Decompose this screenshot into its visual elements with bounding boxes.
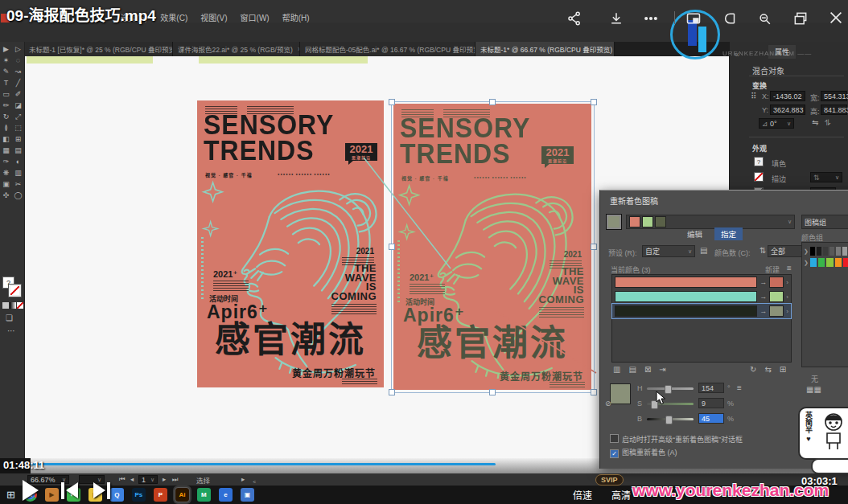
direct-selection-tool[interactable]: ▷ <box>13 44 23 54</box>
strip-swatch[interactable] <box>655 216 666 227</box>
doc-tab-4-active[interactable]: 未标题-1* @ 66.67 % (RGB/CPU 叠印预览)× <box>475 42 615 56</box>
close-icon[interactable] <box>827 9 845 28</box>
selection-handle[interactable] <box>389 389 395 395</box>
first-artboard-icon[interactable]: ⏮ <box>119 475 126 484</box>
windows-start-icon[interactable]: ⊞ <box>6 489 15 501</box>
merge-colors-icon[interactable]: ▥ <box>613 365 620 374</box>
play-icon[interactable] <box>23 480 39 501</box>
stroke-weight-field[interactable]: ⇅∨ <box>810 172 842 182</box>
zoom-tool[interactable]: ◯ <box>13 191 23 200</box>
preset-dropdown[interactable]: 自定∨ <box>642 245 695 257</box>
selection-handle[interactable] <box>591 99 597 105</box>
selection-handle[interactable] <box>591 244 597 250</box>
rotation-field[interactable]: ⊿ 0°∨ <box>759 118 794 129</box>
tab-edit[interactable]: 编辑 <box>681 227 709 240</box>
maximize-icon[interactable] <box>792 10 809 28</box>
mesh-tool[interactable]: ▦ <box>1 145 11 155</box>
exclude-colors-icon[interactable]: ⊠ <box>644 365 651 374</box>
strip-swatch[interactable] <box>629 216 640 227</box>
slice-tool[interactable]: ✂ <box>13 179 23 189</box>
artboard-number-field[interactable]: 1∨ <box>138 475 158 484</box>
shaper-tool[interactable]: ✏ <box>1 100 11 110</box>
browser-icon[interactable]: e <box>219 488 233 502</box>
none-mode-icon[interactable] <box>17 302 23 309</box>
media-viewer-icon[interactable]: ▣ <box>241 488 254 502</box>
download-icon[interactable] <box>608 10 624 28</box>
last-artboard-icon[interactable]: ⏭ <box>172 475 179 484</box>
rotate-tool[interactable]: ↻ <box>1 112 11 121</box>
active-color-swatch[interactable] <box>607 215 621 229</box>
column-graph-tool[interactable]: ▥ <box>13 168 23 178</box>
none-label[interactable]: 无 <box>811 374 818 384</box>
prop-w-field[interactable]: 554.3133 <box>821 91 847 101</box>
s-slider[interactable] <box>647 403 694 405</box>
selection-handle[interactable] <box>489 389 496 395</box>
minimize-icon[interactable] <box>757 10 773 28</box>
symbol-sprayer-tool[interactable]: ❋ <box>1 168 11 178</box>
powerpoint-icon[interactable]: P <box>154 488 167 502</box>
status-collapse-icon[interactable]: ﹤ <box>251 475 258 485</box>
gradient-tool[interactable]: ▤ <box>13 145 23 155</box>
color-count-stepper[interactable]: ⇅ <box>759 246 766 255</box>
fill-swatch[interactable]: ? <box>754 157 764 166</box>
pen-tool[interactable]: ✎ <box>1 67 11 76</box>
type-tool[interactable]: T <box>1 78 11 88</box>
menu-window[interactable]: 窗口(W) <box>241 11 270 23</box>
s-field[interactable]: 9 <box>698 398 724 408</box>
next-artboard-icon[interactable]: ▸ <box>163 475 166 483</box>
magic-wand-tool[interactable]: ✶ <box>1 55 11 65</box>
selection-handle[interactable] <box>389 244 395 250</box>
illustrator-icon[interactable]: Ai <box>175 488 189 502</box>
color-strip-dropdown[interactable]: ∨ <box>626 215 795 229</box>
prop-h-field[interactable]: 841.8838 <box>821 104 847 115</box>
eraser-tool[interactable]: ◪ <box>13 100 23 110</box>
lasso-tool[interactable]: ◌ <box>13 55 23 65</box>
sticker-pill-button[interactable] <box>811 458 848 474</box>
limit-swatch-library-icon[interactable]: ▦▦ <box>806 385 821 394</box>
doc-tab-1[interactable]: 未标题-1 [已恢复]* @ 25 % (RGB/CPU 叠印预览)× <box>24 42 173 56</box>
perspective-grid-tool[interactable]: ⊞ <box>13 134 23 144</box>
quark-icon[interactable]: Q <box>110 488 124 502</box>
more-icon[interactable] <box>642 10 660 28</box>
progress-bar-filled[interactable] <box>31 463 496 465</box>
color-mode-icon[interactable] <box>2 302 9 309</box>
preset-options-icon[interactable]: ▤ <box>700 246 707 255</box>
tab-assign[interactable]: 指定 <box>714 227 743 240</box>
separate-colors-icon[interactable]: ▤ <box>628 365 636 374</box>
player-icon[interactable]: ▶ <box>45 488 59 502</box>
checkbox-checked-icon[interactable]: ✓ <box>610 449 619 458</box>
recolor-art-checkbox-row[interactable]: ✓图稿重新着色 (A) <box>610 447 677 458</box>
menu-effect[interactable]: 效果(C) <box>160 11 187 23</box>
width-tool[interactable]: ≬ <box>1 123 11 133</box>
artboard-tool[interactable]: ▣ <box>1 179 11 189</box>
menu-icon[interactable]: ≡ <box>787 264 792 272</box>
prop-y-field[interactable]: 3624.883 <box>770 104 805 115</box>
view-grid-icon[interactable]: ⊞ <box>780 365 786 374</box>
prev-artboard-icon[interactable]: ◂ <box>130 475 134 483</box>
menu-view[interactable]: 视图(V) <box>200 11 227 23</box>
shape-builder-tool[interactable]: ◧ <box>1 134 11 144</box>
selection-handle[interactable] <box>489 99 496 105</box>
toolbar-more-icon[interactable]: ⋯ <box>7 326 15 335</box>
line-segment-tool[interactable]: ╱ <box>13 78 23 88</box>
h-slider[interactable] <box>647 387 694 390</box>
quality-button[interactable]: 高清 <box>611 488 631 502</box>
curvature-tool[interactable]: ↝ <box>13 67 23 76</box>
free-transform-tool[interactable]: ⬚ <box>13 123 23 133</box>
menu-help[interactable]: 帮助(H) <box>282 11 310 23</box>
playback-speed-button[interactable]: 倍速 <box>573 488 592 502</box>
doc-tab-2[interactable]: 课件海报色22.ai* @ 25 % (RGB/预览)× <box>173 42 300 56</box>
rectangle-tool[interactable]: ▭ <box>1 89 11 99</box>
share-icon[interactable] <box>566 10 582 28</box>
checkbox-icon[interactable] <box>610 434 619 443</box>
hue-wheel-icon[interactable]: ↻ <box>750 365 756 374</box>
color-mapping-row[interactable]: →› <box>612 289 791 304</box>
h-field[interactable]: 154 <box>698 383 724 393</box>
open-advanced-checkbox-row[interactable]: 启动时打开高级“重新着色图稿”对话框 <box>610 434 743 445</box>
selection-bounding-box[interactable] <box>391 101 595 393</box>
new-color-row-icon[interactable]: ⇥ <box>659 365 665 374</box>
selection-handle[interactable] <box>389 99 395 105</box>
hsb-menu-icon[interactable]: ≡ <box>737 383 742 392</box>
draw-mode-icon[interactable]: ❏ <box>6 313 13 322</box>
eyedropper-tool[interactable]: ✑ <box>1 157 11 166</box>
